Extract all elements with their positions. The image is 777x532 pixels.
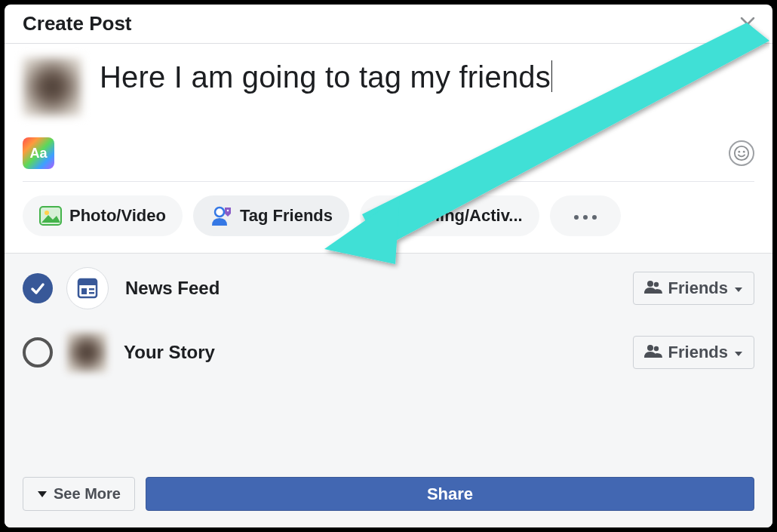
destination-news-feed: News Feed Friends <box>23 267 754 309</box>
svg-point-8 <box>382 211 385 216</box>
svg-point-5 <box>215 208 224 217</box>
svg-point-10 <box>574 215 579 220</box>
background-picker-button[interactable]: Aa <box>23 137 54 169</box>
see-more-button[interactable]: See More <box>23 477 135 511</box>
friends-icon <box>644 278 662 298</box>
destination-your-story: Your Story Friends <box>23 332 754 373</box>
check-icon <box>29 280 46 297</box>
svg-point-9 <box>390 211 393 216</box>
tag-friends-icon <box>210 204 232 227</box>
svg-point-20 <box>647 345 653 351</box>
news-feed-icon <box>66 267 109 309</box>
your-story-audience-button[interactable]: Friends <box>633 336 754 369</box>
close-icon <box>739 16 756 32</box>
feeling-icon <box>376 204 399 227</box>
text-caret <box>551 60 552 92</box>
caret-down-icon <box>37 485 48 503</box>
your-story-label: Your Story <box>124 342 633 363</box>
svg-point-4 <box>45 211 49 215</box>
profile-avatar <box>23 57 81 116</box>
svg-point-2 <box>743 151 745 153</box>
photo-video-label: Photo/Video <box>69 206 166 226</box>
svg-point-7 <box>378 206 398 226</box>
svg-point-12 <box>592 215 597 220</box>
your-story-avatar <box>66 332 107 373</box>
share-button[interactable]: Share <box>146 477 754 511</box>
close-button[interactable] <box>736 13 759 35</box>
see-more-label: See More <box>54 485 121 503</box>
post-text-input[interactable]: Here I am going to tag my friends <box>81 57 754 116</box>
ellipsis-icon <box>573 206 598 226</box>
post-text-value: Here I am going to tag my friends <box>100 60 551 94</box>
feeling-activity-button[interactable]: Feeling/Activ... <box>360 195 539 236</box>
news-feed-label: News Feed <box>125 278 633 299</box>
tag-friends-button[interactable]: Tag Friends <box>193 195 349 236</box>
news-feed-audience-button[interactable]: Friends <box>633 272 754 305</box>
tag-friends-label: Tag Friends <box>240 206 333 226</box>
svg-point-21 <box>653 346 658 351</box>
svg-rect-17 <box>89 292 94 294</box>
more-attachments-button[interactable] <box>550 195 621 236</box>
svg-point-19 <box>653 282 658 287</box>
aa-icon: Aa <box>29 146 47 161</box>
photo-icon <box>39 204 62 227</box>
svg-rect-14 <box>78 279 97 285</box>
caret-down-icon <box>734 278 743 298</box>
news-feed-checkbox[interactable] <box>23 273 53 303</box>
svg-point-11 <box>583 215 588 220</box>
svg-point-6 <box>227 210 229 212</box>
smiley-icon <box>733 145 750 161</box>
emoji-button[interactable] <box>729 140 754 166</box>
svg-point-1 <box>738 151 740 153</box>
svg-rect-16 <box>89 288 94 291</box>
news-feed-audience-label: Friends <box>668 278 728 298</box>
svg-rect-15 <box>81 288 87 294</box>
share-label: Share <box>427 484 473 504</box>
your-story-audience-label: Friends <box>668 343 728 362</box>
friends-icon <box>644 343 662 362</box>
dialog-title: Create Post <box>23 12 132 35</box>
your-story-checkbox[interactable] <box>23 337 53 367</box>
feeling-activity-label: Feeling/Activ... <box>407 206 523 226</box>
svg-point-18 <box>647 281 653 287</box>
svg-point-0 <box>735 146 748 160</box>
caret-down-icon <box>734 343 743 362</box>
photo-video-button[interactable]: Photo/Video <box>23 195 183 236</box>
